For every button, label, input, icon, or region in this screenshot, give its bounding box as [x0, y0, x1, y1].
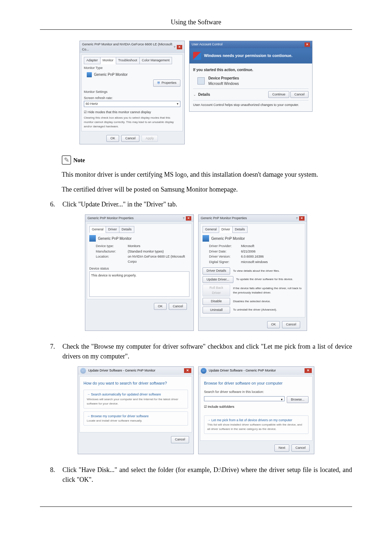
rollback-driver-desc: If the device fails after updating the d… [233, 286, 303, 295]
browse-button[interactable]: Browse... [287, 396, 309, 403]
step-7: 7. Check the "Browse my computer for dri… [50, 342, 352, 361]
monitor-properties-dialog: Generic PnP Monitor and NVIDIA GeForce 6… [79, 41, 185, 144]
option-auto-search[interactable]: → Search automatically for updated drive… [83, 390, 188, 409]
dialog-title: Generic PnP Monitor and NVIDIA GeForce 6… [82, 42, 172, 52]
uac-started-text: If you started this action, continue. [193, 67, 309, 73]
uninstall-desc: To uninstall the driver (Advanced). [233, 308, 277, 312]
ok-button[interactable]: OK [267, 321, 280, 328]
monitor-name: Generic PnP Monitor [211, 236, 245, 241]
rollback-driver-button[interactable]: Roll Back Driver [203, 284, 230, 296]
cancel-button[interactable]: Cancel [282, 321, 300, 328]
cancel-button[interactable]: Cancel [169, 303, 187, 310]
note-block: ✎ Note [62, 155, 352, 165]
close-icon[interactable]: ✕ [184, 368, 191, 373]
close-icon[interactable]: ✕ [177, 45, 182, 49]
cancel-button[interactable]: Cancel [290, 91, 309, 98]
tab-general[interactable]: General [203, 226, 219, 233]
tab-troubleshoot[interactable]: Troubleshoot [116, 57, 140, 64]
help-icon[interactable]: ? [181, 216, 186, 221]
location-value: on NVIDIA GeForce 6600 LE (Microsoft Cor… [128, 254, 189, 264]
ok-button[interactable]: OK [106, 135, 119, 142]
hide-modes-checkbox[interactable]: ☑ [84, 110, 88, 114]
step-6: 6. Click "Update Driver..." in the "Driv… [50, 200, 352, 209]
dialog-titlebar: Generic PnP Monitor and NVIDIA GeForce 6… [80, 41, 184, 53]
refresh-rate-dropdown[interactable]: 60 Hertz▾ [84, 101, 180, 107]
option-desc: Locate and install driver software manua… [87, 419, 185, 423]
properties-button[interactable]: ⛨ Properties [153, 79, 180, 87]
dialog-title: Generic PnP Monitor Properties [87, 216, 134, 221]
wizard-title: Update Driver Software - Generic PnP Mon… [88, 368, 155, 373]
driver-date-value: 6/21/2006 [241, 249, 256, 254]
location-input[interactable]: ▾ [204, 396, 285, 401]
device-status-box: This device is working properly. [89, 271, 189, 297]
monitor-settings-label: Monitor Settings [84, 90, 180, 95]
close-icon[interactable]: ✕ [305, 42, 310, 47]
monitor-icon [89, 235, 96, 242]
step-number: 6. [50, 200, 57, 209]
digital-signer-value: microsoft windows [241, 260, 268, 265]
note-icon: ✎ [62, 155, 71, 165]
next-button[interactable]: Next [274, 444, 289, 452]
close-icon[interactable]: ✕ [186, 216, 191, 221]
step-8: 8. Click "Have Disk..." and select the f… [50, 465, 352, 485]
chevron-down-icon[interactable]: ⌄ [193, 92, 196, 97]
include-subfolders-checkbox[interactable]: ☑ [204, 405, 208, 409]
cancel-button[interactable]: Cancel [121, 135, 139, 142]
driver-details-desc: To view details about the driver files. [233, 269, 280, 273]
shield-icon [193, 52, 201, 60]
apply-button[interactable]: Apply [142, 135, 158, 142]
update-wizard-page2: ← Update Driver Software - Generic PnP M… [198, 366, 314, 454]
uac-dialog: User Account Control ✕ Windows needs you… [189, 41, 313, 112]
tab-adapter[interactable]: Adapter [84, 57, 101, 64]
header-rule [40, 29, 352, 30]
manufacturer-value: (Standard monitor types) [128, 249, 164, 254]
step-text: Check the "Browse my computer for driver… [62, 342, 352, 361]
tab-general[interactable]: General [89, 226, 106, 233]
disable-button[interactable]: Disable [203, 298, 230, 305]
driver-details-button[interactable]: Driver Details [203, 267, 230, 275]
tab-driver[interactable]: Driver [219, 226, 233, 233]
paragraph-1: This monitor driver is under certifying … [62, 170, 352, 180]
help-icon[interactable]: ? [172, 45, 177, 49]
tab-driver[interactable]: Driver [106, 226, 119, 233]
window-controls: ? ✕ [172, 45, 182, 49]
update-driver-button[interactable]: Update Driver... [203, 276, 233, 283]
back-icon[interactable]: ← [80, 368, 86, 374]
monitor-icon [87, 72, 92, 77]
details-toggle[interactable]: Details [198, 92, 210, 97]
cancel-button[interactable]: Cancel [171, 436, 189, 443]
uac-title: User Account Control [192, 42, 222, 47]
dialog-title: Generic PnP Monitor Properties [201, 216, 247, 221]
dialog-titlebar: Generic PnP Monitor Properties ?✕ [85, 215, 193, 222]
figure-update-wizard: ← Update Driver Software - Generic PnP M… [40, 366, 352, 454]
close-icon[interactable]: ✕ [299, 216, 305, 221]
option-desc: Windows will search your computer and th… [87, 397, 185, 406]
option-pick-from-list[interactable]: → Let me pick from a list of device driv… [204, 415, 309, 434]
wizard-heading: How do you want to search for driver sof… [83, 380, 188, 386]
device-icon [197, 77, 205, 85]
device-type-value: Monitors [128, 244, 140, 249]
driver-provider-value: Microsoft [241, 244, 254, 249]
hide-modes-desc: Clearing this check box allows you to se… [84, 116, 180, 129]
cancel-button[interactable]: Cancel [291, 444, 310, 452]
disable-desc: Disables the selected device. [233, 299, 271, 304]
tab-details[interactable]: Details [119, 226, 134, 233]
ok-button[interactable]: OK [154, 303, 167, 310]
continue-button[interactable]: Continue [268, 91, 289, 98]
help-icon[interactable]: ? [295, 216, 299, 221]
dialog-titlebar: Generic PnP Monitor Properties ?✕ [199, 215, 307, 222]
manufacturer-label: Manufacturer: [96, 249, 125, 254]
tab-details[interactable]: Details [232, 226, 248, 233]
close-icon[interactable]: ✕ [305, 368, 312, 373]
window-controls: ✕ [305, 42, 310, 47]
update-wizard-page1: ← Update Driver Software - Generic PnP M… [78, 366, 194, 454]
option-browse-computer[interactable]: → Browse my computer for driver software… [83, 411, 188, 426]
tab-color-management[interactable]: Color Management [139, 57, 172, 64]
back-icon[interactable]: ← [201, 368, 207, 374]
step-text: Click "Update Driver..." in the "Driver"… [62, 200, 352, 209]
uninstall-button[interactable]: Uninstall [203, 307, 230, 314]
page-header: Using the Software [40, 17, 352, 27]
step-number: 8. [50, 465, 57, 485]
driver-version-label: Driver Version: [209, 254, 238, 259]
tab-monitor[interactable]: Monitor [100, 57, 116, 64]
